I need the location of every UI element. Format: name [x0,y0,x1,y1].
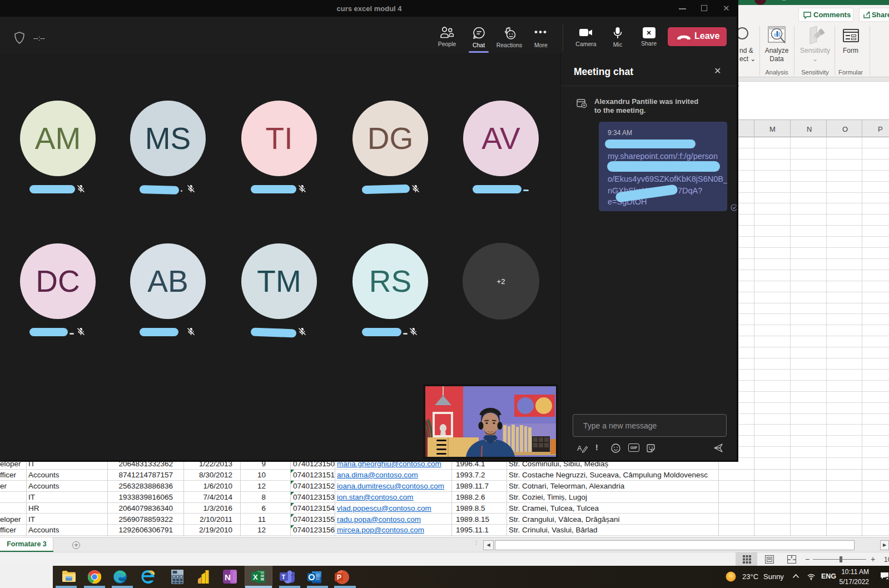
svg-text:T: T [282,574,286,580]
svg-text:A: A [577,444,582,452]
svg-text:X: X [253,573,258,581]
svg-text:N: N [225,572,231,582]
svg-text:P: P [337,574,341,581]
